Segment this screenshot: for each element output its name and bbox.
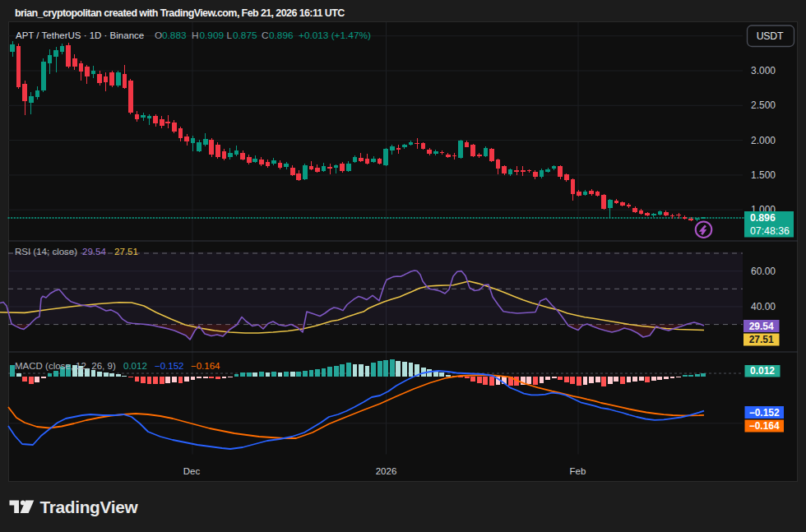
svg-text:0.896: 0.896 [269, 30, 294, 41]
svg-text:−0.164: −0.164 [749, 420, 780, 432]
svg-text:Feb: Feb [570, 466, 586, 476]
svg-text:29.54: 29.54 [749, 321, 774, 332]
svg-text:MACD (close, 12, 26, 9): MACD (close, 12, 26, 9) [15, 361, 116, 371]
svg-text:−0.164: −0.164 [191, 361, 220, 371]
svg-text:40.00: 40.00 [751, 301, 776, 312]
svg-text:−0.152: −0.152 [749, 407, 780, 419]
svg-text:07:48:36: 07:48:36 [750, 225, 790, 237]
svg-text:29.54: 29.54 [82, 247, 106, 257]
svg-text:Dec: Dec [183, 466, 201, 476]
svg-text:L: L [227, 30, 233, 41]
svg-text:2.000: 2.000 [751, 135, 776, 146]
svg-text:H: H [192, 30, 199, 41]
svg-text:RSI (14; close): RSI (14; close) [15, 247, 77, 257]
svg-text:0.875: 0.875 [233, 30, 257, 41]
svg-text:APT / TetherUS · 1D · Binance: APT / TetherUS · 1D · Binance [16, 30, 144, 40]
svg-text:+0.013 (+1.47%): +0.013 (+1.47%) [299, 30, 371, 41]
svg-text:C: C [262, 30, 269, 41]
svg-text:TradingView: TradingView [40, 497, 139, 516]
svg-text:−0.152: −0.152 [155, 361, 184, 371]
svg-text:0.909: 0.909 [200, 30, 225, 41]
svg-text:60.00: 60.00 [751, 266, 776, 277]
svg-text:0.012: 0.012 [750, 365, 775, 377]
svg-text:brian_cryptopolitan created wi: brian_cryptopolitan created with Trading… [15, 7, 345, 19]
svg-text:USDT: USDT [757, 30, 784, 42]
svg-text:2026: 2026 [376, 466, 397, 476]
svg-text:1.500: 1.500 [751, 169, 776, 181]
svg-text:3.000: 3.000 [751, 65, 776, 76]
svg-text:O: O [155, 30, 162, 41]
svg-text:0.896: 0.896 [750, 212, 776, 224]
svg-text:27.51: 27.51 [114, 247, 138, 257]
svg-text:0.012: 0.012 [123, 361, 147, 371]
svg-text:2.500: 2.500 [751, 99, 776, 111]
svg-text:27.51: 27.51 [749, 334, 774, 345]
svg-text:0.883: 0.883 [162, 30, 187, 41]
